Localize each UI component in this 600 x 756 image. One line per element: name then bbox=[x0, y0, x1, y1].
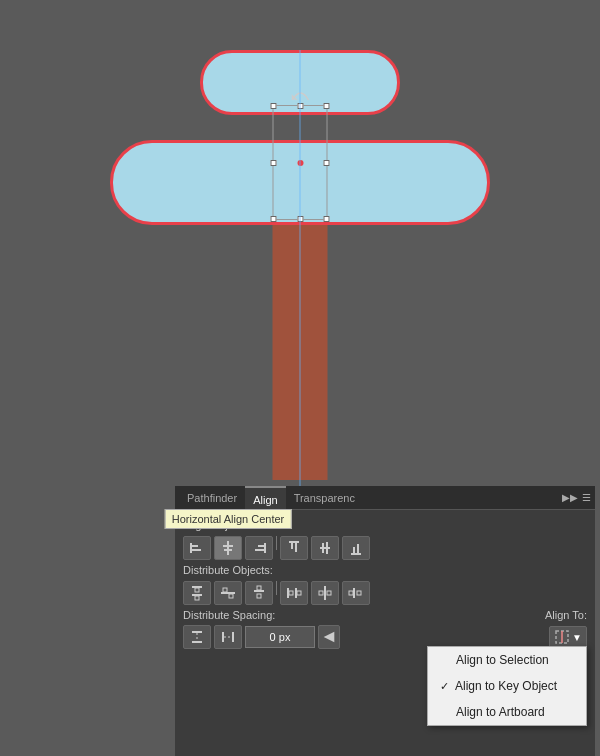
dist-top-btn[interactable] bbox=[183, 581, 211, 605]
apply-spacing-btn[interactable] bbox=[318, 625, 340, 649]
align-objects-label: Align Objects: bbox=[183, 519, 587, 531]
tab-transparency[interactable]: Transparenc bbox=[286, 486, 363, 510]
svg-rect-35 bbox=[349, 591, 353, 595]
tab-pathfinder[interactable]: Pathfinder bbox=[179, 486, 245, 510]
svg-rect-26 bbox=[254, 590, 264, 592]
panel-content: Align Objects: Horizontal Align Center bbox=[175, 510, 595, 655]
tab-more-arrows: ▶▶ bbox=[562, 492, 578, 503]
dist-left-btn[interactable] bbox=[280, 581, 308, 605]
dropdown-item-artboard[interactable]: Align to Artboard bbox=[428, 699, 586, 725]
svg-rect-5 bbox=[224, 549, 232, 551]
svg-rect-38 bbox=[192, 631, 202, 633]
align-center-h-btn[interactable]: Horizontal Align Center bbox=[214, 536, 242, 560]
dropdown-item-key-object-label: Align to Key Object bbox=[455, 679, 557, 693]
dist-right-btn[interactable] bbox=[342, 581, 370, 605]
align-bottom-btn[interactable] bbox=[342, 536, 370, 560]
svg-rect-25 bbox=[257, 586, 261, 590]
svg-rect-6 bbox=[264, 543, 266, 553]
align-to-label: Align To: bbox=[545, 609, 587, 621]
align-right-btn[interactable] bbox=[245, 536, 273, 560]
svg-rect-39 bbox=[192, 641, 202, 643]
svg-rect-1 bbox=[192, 545, 198, 547]
dist-hcenter-btn[interactable] bbox=[311, 581, 339, 605]
align-objects-row: Horizontal Align Center bbox=[183, 536, 587, 560]
svg-rect-37 bbox=[357, 591, 361, 595]
svg-rect-31 bbox=[297, 591, 301, 595]
svg-rect-21 bbox=[195, 596, 199, 600]
panel-tabs: Pathfinder Align Transparenc ▶▶ ☰ bbox=[175, 486, 595, 510]
handle-bottom-left bbox=[271, 216, 277, 222]
dropdown-item-key-object[interactable]: Align to Key Object bbox=[428, 673, 586, 699]
align-to-dropdown-btn[interactable]: ▼ bbox=[549, 626, 587, 648]
svg-rect-32 bbox=[319, 591, 323, 595]
svg-marker-44 bbox=[324, 632, 335, 643]
handle-bottom-right bbox=[324, 216, 330, 222]
dist-vcenter-btn[interactable] bbox=[214, 581, 242, 605]
svg-rect-13 bbox=[322, 543, 324, 553]
dist-bottom-btn[interactable] bbox=[245, 581, 273, 605]
align-to-dropdown-menu: Align to Selection Align to Key Object A… bbox=[427, 646, 587, 726]
svg-rect-9 bbox=[289, 541, 299, 543]
dropdown-item-selection[interactable]: Align to Selection bbox=[428, 647, 586, 673]
svg-rect-27 bbox=[257, 594, 261, 598]
tab-more[interactable]: ▶▶ ☰ bbox=[562, 492, 591, 503]
svg-rect-33 bbox=[324, 586, 326, 600]
align-top-btn[interactable] bbox=[280, 536, 308, 560]
guide-vertical bbox=[300, 50, 301, 490]
distribute-objects-label: Distribute Objects: bbox=[183, 564, 587, 576]
svg-rect-17 bbox=[357, 544, 359, 553]
spacing-section-header: Distribute Spacing: Align To: bbox=[183, 609, 587, 621]
svg-rect-4 bbox=[223, 545, 233, 547]
artwork bbox=[100, 10, 500, 480]
handle-top-left bbox=[271, 103, 277, 109]
svg-rect-19 bbox=[195, 588, 199, 592]
distribute-spacing-label: Distribute Spacing: bbox=[183, 609, 275, 621]
svg-rect-29 bbox=[289, 591, 293, 595]
dist-space-v-btn[interactable] bbox=[183, 625, 211, 649]
align-panel: Pathfinder Align Transparenc ▶▶ ☰ Align … bbox=[175, 486, 595, 756]
spacing-input[interactable] bbox=[245, 626, 315, 648]
svg-rect-24 bbox=[229, 594, 233, 598]
handle-mid-right bbox=[324, 160, 330, 166]
dropdown-arrow-icon: ▼ bbox=[572, 632, 582, 643]
dropdown-item-artboard-label: Align to Artboard bbox=[456, 705, 545, 719]
svg-rect-2 bbox=[192, 549, 201, 551]
svg-rect-0 bbox=[190, 543, 192, 553]
svg-rect-10 bbox=[291, 543, 293, 549]
svg-rect-12 bbox=[320, 547, 330, 549]
svg-rect-41 bbox=[222, 632, 224, 642]
handle-top-right bbox=[324, 103, 330, 109]
canvas-area bbox=[0, 0, 600, 490]
dist-space-h-btn[interactable] bbox=[214, 625, 242, 649]
tab-menu-icon[interactable]: ☰ bbox=[582, 492, 591, 503]
svg-rect-42 bbox=[232, 632, 234, 642]
divider-1 bbox=[276, 536, 277, 550]
svg-rect-34 bbox=[327, 591, 331, 595]
distribute-objects-row bbox=[183, 581, 587, 605]
svg-rect-14 bbox=[326, 542, 328, 554]
svg-rect-11 bbox=[295, 543, 297, 552]
tab-align[interactable]: Align bbox=[245, 486, 285, 510]
svg-rect-36 bbox=[353, 588, 355, 598]
svg-rect-16 bbox=[353, 547, 355, 553]
svg-rect-8 bbox=[255, 549, 264, 551]
align-middle-v-btn[interactable] bbox=[311, 536, 339, 560]
svg-rect-3 bbox=[227, 541, 229, 555]
svg-rect-15 bbox=[351, 553, 361, 555]
divider-2 bbox=[276, 581, 277, 595]
svg-rect-7 bbox=[258, 545, 264, 547]
align-left-btn[interactable] bbox=[183, 536, 211, 560]
dropdown-item-selection-label: Align to Selection bbox=[456, 653, 549, 667]
svg-rect-22 bbox=[223, 588, 227, 592]
handle-mid-left bbox=[271, 160, 277, 166]
